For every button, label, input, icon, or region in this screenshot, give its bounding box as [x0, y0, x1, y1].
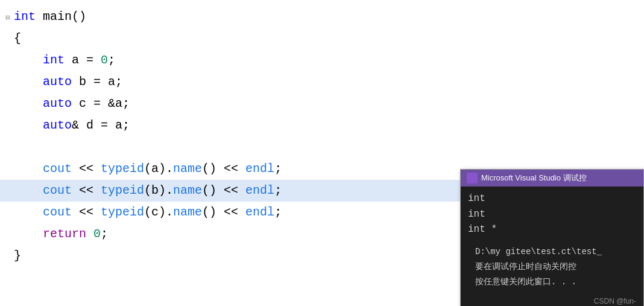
- line-4-text: auto b = a;: [14, 71, 122, 93]
- code-line-4: auto b = a;: [0, 71, 644, 93]
- line-3-text: int a = 0;: [14, 49, 115, 71]
- watermark-text: CSDN @fun-: [594, 297, 636, 305]
- popup-message-2: 按任意键关闭此窗口. . .: [468, 275, 636, 290]
- line-9-text: cout << typeid(b).name() << endl;: [14, 180, 282, 202]
- output-line-3: int *: [468, 222, 636, 238]
- popup-titlebar: Microsoft Visual Studio 调试控: [461, 170, 643, 186]
- output-line-2: int: [468, 207, 636, 223]
- collapse-icon-1[interactable]: ⊟: [5, 7, 10, 29]
- code-line-2: {: [0, 28, 644, 49]
- gutter-1: ⊟: [2, 7, 14, 29]
- line-7-text: [14, 136, 21, 158]
- line-10-text: cout << typeid(c).name() << endl;: [14, 202, 282, 223]
- line-5-text: auto c = &a;: [14, 93, 130, 115]
- line-2-text: {: [14, 28, 21, 49]
- code-line-6: auto& d = a;: [0, 115, 644, 136]
- code-line-7: [0, 136, 644, 158]
- line-12-text: }: [14, 245, 21, 267]
- line-11-text: return 0;: [14, 223, 108, 245]
- line-1-text: int main(): [14, 6, 86, 28]
- output-line-1: int: [468, 191, 636, 207]
- editor-area: ⊟ int main() { int a = 0; auto b = a;: [0, 0, 644, 306]
- code-line-5: auto c = &a;: [0, 93, 644, 115]
- debug-console-popup: Microsoft Visual Studio 调试控 int int int …: [460, 169, 644, 306]
- line-8-text: cout << typeid(a).name() << endl;: [14, 158, 282, 180]
- line-6-text: auto& d = a;: [14, 115, 130, 136]
- code-line-3: int a = 0;: [0, 49, 644, 71]
- popup-title: Microsoft Visual Studio 调试控: [481, 173, 587, 183]
- code-line-1: ⊟ int main(): [0, 6, 644, 28]
- popup-footer: CSDN @fun-: [461, 295, 643, 306]
- popup-content: int int int * D:\my gitee\test.ct\test_ …: [461, 186, 643, 295]
- popup-path: D:\my gitee\test.ct\test_: [468, 243, 636, 260]
- popup-separator: [468, 238, 636, 243]
- vs-icon: [467, 173, 478, 183]
- popup-message-1: 要在调试停止时自动关闭控: [468, 260, 636, 275]
